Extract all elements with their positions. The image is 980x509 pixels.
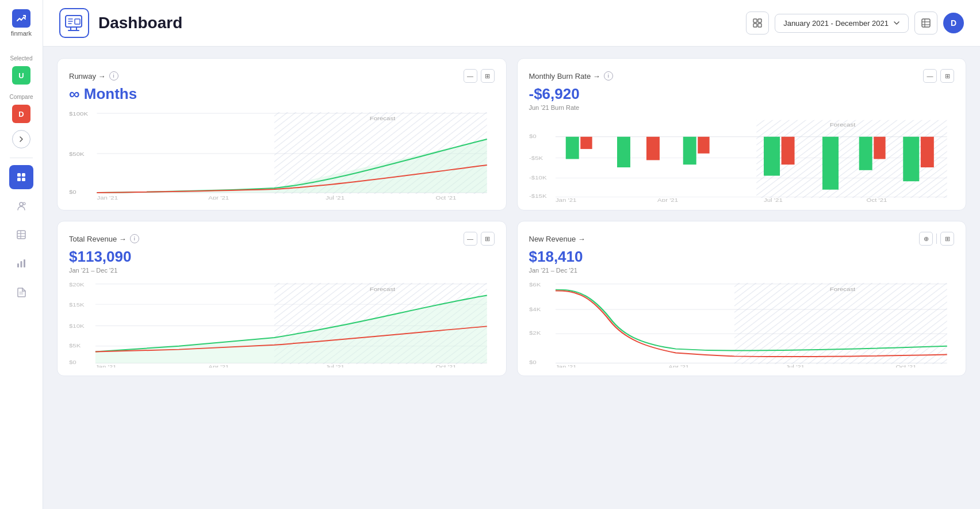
table-view-button[interactable] (914, 12, 937, 35)
header-right: January 2021 - December 2021 D (746, 12, 964, 35)
selected-avatar[interactable]: U (12, 66, 30, 85)
revenue-expand-button[interactable]: ⊞ (481, 232, 495, 246)
svg-text:Jan '21: Jan '21 (555, 364, 576, 368)
card-new-revenue-actions: ⊕ ⊞ (919, 232, 954, 246)
runway-metric: ∞ Months (69, 85, 495, 103)
logo-icon (12, 9, 30, 28)
new-revenue-chart: $6K $4K $2K $0 (529, 278, 955, 368)
revenue-minimize-button[interactable]: — (464, 232, 477, 246)
svg-text:Apr '21: Apr '21 (657, 197, 678, 202)
card-new-revenue-header: New Revenue → ⊕ ⊞ (529, 232, 955, 246)
svg-text:Oct '21: Oct '21 (895, 364, 916, 368)
date-range-selector[interactable]: January 2021 - December 2021 (775, 14, 909, 33)
svg-rect-15 (66, 16, 82, 27)
total-revenue-chart: $20K $15K $10K $5K $0 (69, 278, 495, 368)
svg-rect-63 (822, 137, 839, 190)
dashboard-grid: Runway → i — ⊞ ∞ Months $100K $50K (57, 58, 966, 376)
card-burn-actions: — ⊞ (923, 69, 954, 83)
svg-rect-65 (874, 137, 885, 159)
svg-rect-6 (17, 231, 25, 239)
svg-text:-$5K: -$5K (529, 156, 543, 161)
card-revenue-actions: — ⊞ (464, 232, 495, 246)
card-new-revenue-title-row: New Revenue → (529, 235, 585, 243)
svg-rect-3 (22, 178, 25, 181)
svg-text:Forecast: Forecast (829, 123, 855, 128)
svg-rect-58 (646, 137, 660, 160)
card-new-revenue-title: New Revenue → (529, 235, 585, 243)
svg-text:$0: $0 (529, 133, 537, 139)
svg-text:$10K: $10K (69, 324, 85, 329)
burn-chart: $0 -$5K -$10K -$15K (529, 116, 955, 202)
svg-rect-67 (920, 137, 933, 167)
revenue-subtitle: Jan '21 – Dec '21 (69, 267, 495, 274)
svg-rect-27 (922, 19, 930, 27)
svg-rect-59 (683, 137, 696, 164)
svg-text:Apr '21: Apr '21 (668, 364, 689, 368)
svg-rect-11 (21, 261, 22, 267)
sidebar-logo: finmark (11, 9, 32, 37)
svg-rect-62 (781, 137, 794, 164)
svg-rect-1 (22, 173, 25, 177)
burn-expand-button[interactable]: ⊞ (940, 69, 954, 83)
svg-text:Oct '21: Oct '21 (436, 364, 457, 368)
new-revenue-expand-button[interactable]: ⊞ (940, 232, 954, 246)
runway-chart: $100K $50K $0 (69, 108, 495, 200)
svg-rect-12 (24, 259, 25, 267)
burn-info-icon[interactable]: i (604, 71, 613, 81)
expand-button[interactable] (12, 130, 30, 148)
card-burn-rate: Monthly Burn Rate → i — ⊞ -$6,920 Jun '2… (517, 58, 967, 211)
svg-text:$15K: $15K (69, 302, 85, 307)
svg-text:$20K: $20K (69, 282, 85, 287)
svg-rect-55 (565, 137, 579, 159)
svg-text:Jan '21: Jan '21 (97, 195, 118, 200)
svg-text:$100K: $100K (69, 111, 88, 117)
svg-text:Oct '21: Oct '21 (435, 195, 456, 200)
runway-expand-button[interactable]: ⊞ (481, 69, 495, 83)
header: Dashboard January 2021 - December 2021 (43, 0, 980, 47)
svg-text:Apr '21: Apr '21 (208, 364, 229, 368)
nav-table[interactable] (9, 223, 33, 247)
revenue-metric: $113,090 (69, 248, 495, 266)
revenue-info-icon[interactable]: i (130, 234, 139, 243)
grid-view-button[interactable] (746, 12, 769, 35)
svg-rect-25 (753, 24, 757, 27)
svg-rect-23 (753, 19, 757, 22)
card-runway-title-row: Runway → i (69, 71, 118, 81)
svg-text:Oct '21: Oct '21 (866, 197, 887, 202)
burn-metric: -$6,920 (529, 85, 955, 103)
card-runway: Runway → i — ⊞ ∞ Months $100K $50K (57, 58, 507, 211)
svg-rect-2 (17, 178, 21, 181)
selected-label: Selected (10, 55, 33, 62)
card-revenue-header: Total Revenue → i — ⊞ (69, 232, 495, 246)
svg-text:$6K: $6K (529, 282, 541, 287)
svg-rect-57 (617, 137, 630, 167)
nav-team[interactable] (9, 194, 33, 218)
svg-rect-61 (764, 137, 780, 176)
svg-rect-10 (17, 263, 19, 267)
svg-text:$0: $0 (69, 359, 76, 365)
card-burn-title: Monthly Burn Rate → (529, 72, 600, 81)
new-revenue-add-button[interactable]: ⊕ (919, 232, 933, 246)
app-name: finmark (11, 30, 32, 37)
runway-info-icon[interactable]: i (109, 71, 118, 81)
new-revenue-subtitle: Jan '21 – Dec '21 (529, 267, 955, 274)
svg-text:-$15K: -$15K (529, 194, 547, 199)
svg-text:Jul '21: Jul '21 (326, 364, 344, 368)
svg-text:$2K: $2K (529, 330, 541, 335)
svg-rect-66 (903, 137, 919, 181)
card-revenue-title: Total Revenue → (69, 235, 127, 243)
compare-avatar[interactable]: D (12, 105, 30, 123)
svg-text:Jan '21: Jan '21 (95, 364, 117, 368)
svg-text:-$10K: -$10K (529, 175, 547, 181)
burn-minimize-button[interactable]: — (923, 69, 937, 83)
user-avatar[interactable]: D (943, 13, 964, 33)
runway-minimize-button[interactable]: — (464, 69, 477, 83)
sidebar: finmark Selected U Compare D (0, 0, 43, 509)
nav-dashboard[interactable] (9, 165, 33, 189)
svg-rect-64 (859, 137, 872, 170)
nav-document[interactable] (9, 280, 33, 304)
nav-chart[interactable] (9, 251, 33, 275)
dashboard-content: Runway → i — ⊞ ∞ Months $100K $50K (43, 47, 980, 509)
header-icon (59, 8, 89, 38)
sidebar-divider (10, 158, 33, 158)
